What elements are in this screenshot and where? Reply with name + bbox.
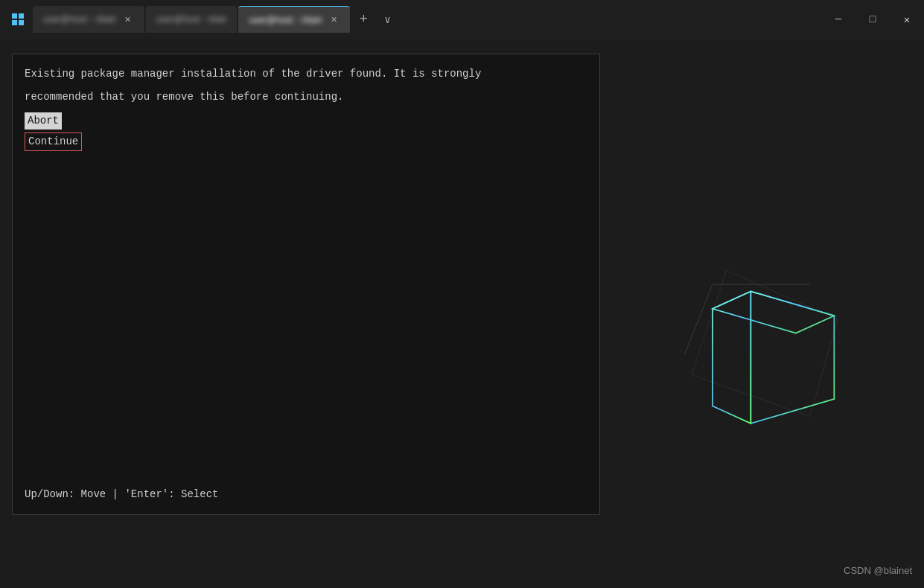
tab-3-label: user@host: ~/blah xyxy=(249,15,322,25)
windows-logo xyxy=(671,250,879,462)
abort-option[interactable]: Abort xyxy=(25,112,62,130)
tab-1-label: user@host: ~/blah xyxy=(43,14,116,25)
tab-1-close[interactable]: ✕ xyxy=(122,13,134,25)
tab-3-close[interactable]: ✕ xyxy=(328,14,340,26)
tab-2[interactable]: user@host: ~blah xyxy=(146,6,238,33)
terminal-message-line1: Existing package manager installation of… xyxy=(25,66,587,82)
new-tab-button[interactable]: + xyxy=(351,7,375,31)
svg-rect-1 xyxy=(19,13,24,19)
svg-rect-3 xyxy=(19,20,24,25)
tab-2-label: user@host: ~blah xyxy=(156,14,227,25)
svg-rect-2 xyxy=(12,20,17,25)
svg-line-7 xyxy=(692,271,727,375)
terminal-content-box: Existing package manager installation of… xyxy=(12,54,600,515)
tab-3[interactable]: user@host: ~/blah ✕ xyxy=(238,6,350,33)
terminal-message-line2: recommended that you remove this before … xyxy=(25,89,587,105)
minimize-button[interactable]: ─ xyxy=(821,7,856,31)
close-button[interactable]: ✕ xyxy=(890,7,924,31)
terminal-hint: Up/Down: Move | 'Enter': Select xyxy=(25,487,218,502)
window-controls: ─ □ ✕ xyxy=(821,7,924,31)
tab-bar: user@host: ~/blah ✕ user@host: ~blah use… xyxy=(0,6,821,33)
maximize-button[interactable]: □ xyxy=(856,7,890,31)
watermark: CSDN @blainet xyxy=(844,565,912,576)
svg-marker-16 xyxy=(713,292,834,333)
svg-rect-0 xyxy=(12,13,17,19)
continue-option[interactable]: Continue xyxy=(25,132,82,151)
terminal-area: Existing package manager installation of… xyxy=(0,39,924,588)
tab-1[interactable]: user@host: ~/blah ✕ xyxy=(33,6,144,33)
titlebar: user@host: ~/blah ✕ user@host: ~blah use… xyxy=(0,0,924,39)
app-icon xyxy=(6,7,30,31)
svg-line-5 xyxy=(685,284,713,354)
chevron-down-button[interactable]: ∨ xyxy=(375,7,399,31)
